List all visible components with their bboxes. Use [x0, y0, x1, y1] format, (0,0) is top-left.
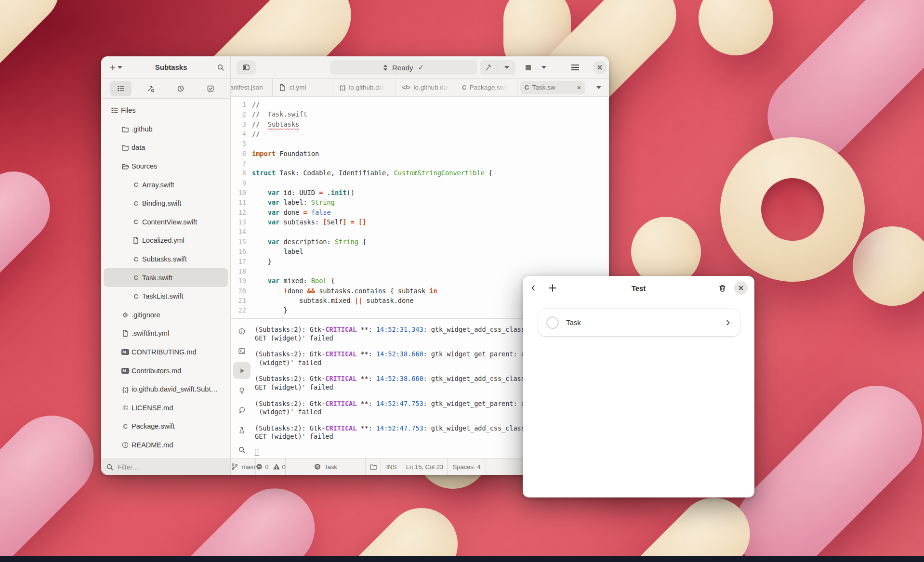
sidebar-panel-tabs [101, 78, 230, 99]
tab-task-sw[interactable]: CTask.sw× [520, 81, 586, 94]
line-number: 16 [231, 247, 246, 256]
tab-ci-yml[interactable]: ci.yml [273, 78, 334, 96]
code-line: label [252, 247, 609, 256]
delete-button[interactable] [718, 284, 726, 292]
tree-item-tasklist-swift[interactable]: CTaskList.swift [104, 287, 228, 306]
tree-item-localized-yml[interactable]: Localized.yml [104, 231, 228, 250]
stop-button[interactable] [526, 65, 531, 70]
tree-item-contributors-md[interactable]: M↓Contributors.md [104, 361, 228, 380]
project-folder-button[interactable] [366, 458, 381, 475]
omnibar[interactable]: Ready ✓ [330, 60, 477, 75]
divider [536, 63, 536, 72]
console-run-play-button[interactable] [233, 362, 251, 379]
line-number: 4 [231, 129, 246, 139]
plus-icon [548, 283, 557, 293]
check-icon: ✓ [418, 63, 424, 72]
tree-item--swiftlint-yml[interactable]: .swiftlint.yml [104, 324, 228, 343]
main-menu-button[interactable] [568, 61, 582, 74]
wallpaper-pill [313, 493, 473, 562]
close-window-button[interactable] [593, 61, 607, 74]
tree-item-package-swift[interactable]: CPackage.swift [104, 417, 228, 436]
tree-item-license-md[interactable]: ©LICENSE.md [104, 399, 228, 418]
tree-item-array-swift[interactable]: CArray.swift [104, 175, 228, 194]
git-branch-indicator[interactable]: main [231, 458, 256, 475]
run-target-selector[interactable]: S Task [286, 458, 366, 475]
console-flask-button[interactable] [233, 421, 251, 438]
c-icon: C [130, 293, 142, 300]
code-line [252, 227, 609, 236]
panel-tab-files-list[interactable] [110, 81, 132, 96]
tree-item-label: Contributors.md [132, 367, 181, 375]
tree-item-contentview-swift[interactable]: CContentView.swift [104, 213, 228, 232]
build-hammer-icon [147, 85, 155, 92]
console-network-button[interactable] [233, 402, 251, 418]
c-glyph: C [525, 84, 529, 91]
tree-item-sources[interactable]: Sources [104, 157, 228, 176]
build-options-button[interactable] [498, 66, 516, 69]
doc-icon [278, 84, 286, 91]
console-terminal-button[interactable] [233, 342, 251, 359]
tree-item-files[interactable]: Files [104, 101, 228, 120]
cursor-position-indicator[interactable]: Ln 15, Col 23 [402, 458, 448, 475]
run-options-button[interactable] [541, 66, 546, 69]
md-icon: M↓ [119, 349, 132, 355]
tree-item--github[interactable]: .github [104, 120, 228, 139]
tree-item-data[interactable]: data [104, 138, 228, 157]
console-search-button[interactable] [233, 441, 251, 458]
console-lightbulb-button[interactable] [233, 382, 251, 399]
console-info-circle-button[interactable] [233, 323, 251, 340]
tab-io-github-dav[interactable]: {;}io.github.dav [333, 78, 396, 96]
tree-item-contributing-md[interactable]: M↓CONTRIBUTING.md [104, 343, 228, 362]
line-number: 11 [231, 197, 246, 207]
wallpaper-pill [853, 226, 924, 306]
tree-item-readme-md[interactable]: README.md [104, 436, 228, 455]
code-line [252, 266, 609, 276]
search-icon [217, 64, 224, 71]
builder-headerbar: + Subtasks Ready ✓ [101, 56, 609, 78]
svg-text:S: S [316, 464, 319, 469]
folder-icon [119, 144, 132, 151]
close-window-button[interactable] [734, 281, 748, 295]
search-button[interactable] [217, 64, 224, 71]
tree-item-io-github-david-swift-subt-[interactable]: {;}io.github.david_swift.Subt… [104, 380, 228, 399]
tree-item-label: TaskList.swift [142, 292, 183, 300]
file-tree[interactable]: Files.githubdataSourcesCArray.swiftCBind… [101, 99, 230, 458]
tree-item--gitignore[interactable]: .gitignore [104, 306, 228, 325]
tab-package-swif[interactable]: CPackage.swif [456, 78, 517, 96]
branch-icon [231, 463, 238, 471]
panel-tab-build-hammer[interactable] [140, 81, 161, 96]
line-number-gutter: 12345678910111213141516171819202122 [231, 100, 252, 318]
tab-close-icon[interactable]: × [577, 84, 581, 91]
tab-label: Task.sw [532, 84, 555, 91]
tree-item-binding-swift[interactable]: CBinding.swift [104, 194, 228, 213]
tree-item-label: .gitignore [132, 311, 160, 319]
tab-io-github-dav[interactable]: </>io.github.dav [396, 78, 456, 96]
wallpaper-pill [0, 0, 74, 91]
tree-item-task-swift[interactable]: CTask.swift [104, 268, 228, 287]
panel-tab-todo-check[interactable] [200, 81, 221, 96]
tab-manifest-json[interactable]: manifest.json [231, 78, 273, 96]
back-button[interactable] [529, 284, 537, 292]
diagnostics-indicator[interactable]: 0 0 [256, 458, 286, 475]
list-icon [108, 106, 121, 114]
line-number: 17 [231, 257, 246, 266]
input-mode-indicator[interactable]: INS [381, 458, 402, 475]
indentation-indicator[interactable]: Spaces: 4 [448, 458, 486, 475]
c-glyph: C [134, 200, 138, 207]
markdown-icon: M↓ [121, 368, 129, 374]
build-button[interactable] [480, 64, 498, 71]
tree-item-subtasks-swift[interactable]: CSubtasks.swift [104, 250, 228, 269]
filter-input[interactable] [118, 463, 225, 471]
new-document-button[interactable]: + [107, 61, 125, 74]
sidebar-toggle-button[interactable] [237, 60, 256, 75]
line-number: 7 [231, 158, 246, 168]
code-line: var done = false [252, 208, 609, 217]
tab-label: ci.yml [290, 84, 306, 91]
doc-icon [119, 329, 132, 337]
add-task-button[interactable] [548, 283, 557, 293]
task-list-item[interactable]: Task [538, 309, 740, 336]
tab-overflow-button[interactable] [588, 78, 609, 96]
task-checkbox[interactable] [546, 316, 559, 329]
panel-tab-history-clock[interactable] [170, 81, 191, 96]
line-number: 15 [231, 237, 246, 247]
